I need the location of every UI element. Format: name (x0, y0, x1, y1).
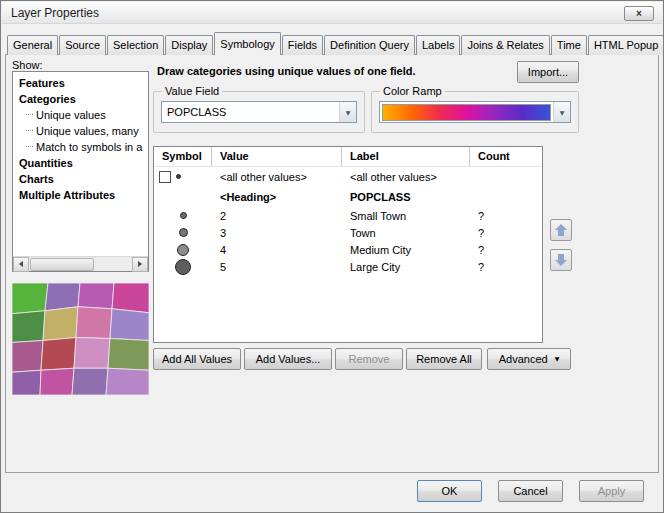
symbol-dot-icon[interactable] (177, 244, 189, 256)
tab-source[interactable]: Source (59, 35, 106, 55)
row-value: 4 (212, 244, 342, 256)
row-label: Medium City (342, 244, 470, 256)
table-row[interactable]: <all other values> <all other values> (154, 167, 542, 186)
color-ramp-dropdown[interactable]: ▼ (379, 101, 571, 123)
row-count: ? (470, 244, 542, 256)
chevron-down-icon: ▼ (555, 349, 560, 369)
tab-selection[interactable]: Selection (107, 35, 164, 55)
add-values-button[interactable]: Add Values... (244, 348, 332, 370)
sidebar-item-match-symbols[interactable]: Match to symbols in a (13, 139, 148, 155)
row-count: ? (470, 227, 542, 239)
value-field-group: Value Field POPCLASS ▼ (153, 85, 365, 133)
sidebar-item-unique-values-many[interactable]: Unique values, many (13, 123, 148, 139)
row-value: 5 (212, 261, 342, 273)
advanced-button-label: Advanced (499, 349, 548, 369)
show-label: Show: (12, 59, 43, 71)
sidebar-item-categories[interactable]: Categories (13, 91, 148, 107)
import-button[interactable]: Import... (517, 61, 579, 83)
all-other-values-checkbox[interactable] (159, 171, 171, 183)
scroll-left-icon[interactable] (13, 257, 29, 272)
row-value: <all other values> (212, 171, 342, 183)
table-row[interactable]: <Heading> POPCLASS (154, 186, 542, 207)
page-title: Draw categories using unique values of o… (157, 65, 416, 77)
sidebar-item-multiple-attributes[interactable]: Multiple Attributes (13, 187, 148, 203)
value-field-dropdown[interactable]: POPCLASS ▼ (161, 101, 357, 123)
ok-button[interactable]: OK (417, 480, 482, 502)
scrollbar-thumb[interactable] (30, 258, 94, 271)
tab-strip: General Source Selection Display Symbolo… (7, 32, 664, 55)
row-label: <all other values> (342, 171, 470, 183)
tab-labels[interactable]: Labels (416, 35, 460, 55)
remove-all-button[interactable]: Remove All (406, 348, 482, 370)
row-label: Large City (342, 261, 470, 273)
color-ramp-label: Color Ramp (380, 85, 445, 97)
color-ramp-gradient (382, 104, 551, 121)
table-row[interactable]: 5 Large City ? (154, 258, 542, 275)
row-count: ? (470, 210, 542, 222)
up-arrow-icon (555, 224, 567, 236)
row-label: Town (342, 227, 470, 239)
sidebar-item-features[interactable]: Features (13, 75, 148, 91)
add-all-values-button[interactable]: Add All Values (153, 348, 241, 370)
tab-symbology[interactable]: Symbology (214, 32, 280, 55)
values-table: Symbol Value Label Count <all other valu… (153, 146, 543, 343)
table-row[interactable]: 2 Small Town ? (154, 207, 542, 224)
cancel-button[interactable]: Cancel (498, 480, 563, 502)
chevron-down-icon[interactable]: ▼ (339, 102, 356, 122)
move-down-button[interactable] (550, 249, 572, 271)
table-header: Symbol Value Label Count (154, 147, 542, 167)
move-up-button[interactable] (550, 219, 572, 241)
title-bar[interactable]: Layer Properties × (2, 2, 662, 24)
value-field-label: Value Field (162, 85, 222, 97)
row-label: Small Town (342, 210, 470, 222)
tab-display[interactable]: Display (165, 35, 213, 55)
row-value: 2 (212, 210, 342, 222)
column-header-symbol: Symbol (154, 147, 212, 166)
scroll-right-icon[interactable] (132, 257, 148, 272)
down-arrow-icon (555, 254, 567, 266)
sidebar-item-quantities[interactable]: Quantities (13, 155, 148, 171)
tab-html-popup[interactable]: HTML Popup (588, 35, 664, 55)
row-label: POPCLASS (342, 191, 470, 203)
row-count: ? (470, 261, 542, 273)
chevron-down-icon[interactable]: ▼ (553, 102, 570, 122)
close-icon[interactable]: × (624, 6, 654, 21)
tab-joins-relates[interactable]: Joins & Relates (461, 35, 549, 55)
row-value: <Heading> (212, 191, 342, 203)
sidebar-item-unique-values[interactable]: Unique values (13, 107, 148, 123)
color-ramp-group: Color Ramp ▼ (371, 85, 579, 133)
symbol-dot-icon[interactable] (179, 228, 188, 237)
remove-button: Remove (335, 348, 403, 370)
tab-definition-query[interactable]: Definition Query (324, 35, 415, 55)
row-value: 3 (212, 227, 342, 239)
advanced-button[interactable]: Advanced ▼ (487, 348, 571, 370)
layer-properties-dialog: Layer Properties × General Source Select… (0, 0, 664, 513)
column-header-label: Label (342, 147, 470, 166)
column-header-count: Count (470, 147, 542, 166)
window-title: Layer Properties (11, 6, 99, 20)
tree-horizontal-scrollbar[interactable] (13, 256, 148, 271)
symbol-dot-icon[interactable] (180, 212, 187, 219)
column-header-value: Value (212, 147, 342, 166)
symbol-dot-icon[interactable] (176, 174, 181, 179)
value-field-selected: POPCLASS (162, 106, 339, 118)
tab-time[interactable]: Time (551, 35, 587, 55)
table-row[interactable]: 4 Medium City ? (154, 241, 542, 258)
map-preview-image (12, 283, 149, 395)
table-row[interactable]: 3 Town ? (154, 224, 542, 241)
tab-fields[interactable]: Fields (282, 35, 323, 55)
symbol-dot-icon[interactable] (175, 259, 191, 275)
sidebar-item-charts[interactable]: Charts (13, 171, 148, 187)
tab-general[interactable]: General (7, 35, 58, 55)
apply-button: Apply (579, 480, 644, 502)
show-tree: Features Categories Unique values Unique… (12, 71, 149, 272)
